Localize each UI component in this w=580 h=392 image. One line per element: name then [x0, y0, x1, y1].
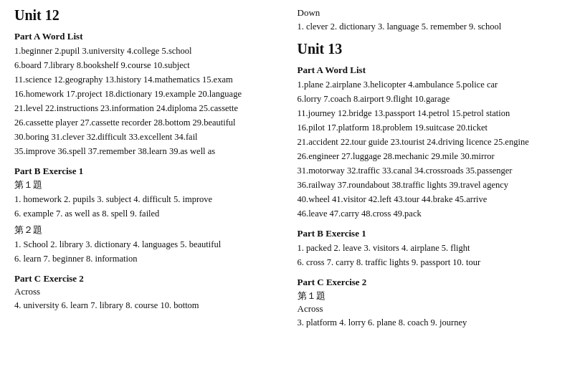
left-part-c: Part C Exercise 2 Across 4. university 6… [14, 273, 283, 312]
right-part-a-line-5: 21.accident 22.tour guide 23.tourist 24.… [298, 135, 566, 149]
right-down-section: Down 1. clever 2. dictionary 3. language… [298, 7, 566, 34]
right-part-b-content: 1. packed 2. leave 3. visitors 4. airpla… [298, 241, 566, 269]
right-part-c: Part C Exercise 2 第１題 Across 3. platform… [298, 277, 566, 330]
left-part-c-label: Part C Exercise 2 [14, 273, 283, 285]
left-part-a-line-2: 6.board 7.library 8.bookshelf 9.course 1… [14, 58, 283, 72]
left-part-a-line-7: 30.boring 31.clever 32.difficult 33.exce… [14, 130, 283, 144]
right-part-c-sub1-label: 第１題 [298, 290, 566, 302]
left-part-c-across-label: Across [14, 286, 283, 297]
right-down-label: Down [298, 7, 566, 19]
left-part-a-line-6: 26.cassette player 27.cassette recorder … [14, 115, 283, 130]
right-column: Down 1. clever 2. dictionary 3. language… [298, 7, 566, 337]
left-part-a-line-3: 11.science 12.geography 13.history 14.ma… [14, 72, 283, 87]
right-part-a-line-3: 11.journey 12.bridge 13.passport 14.petr… [298, 106, 566, 120]
left-part-a-line-8: 35.improve 36.spell 37.remember 38.learn… [14, 144, 283, 158]
left-part-b-sub1-line-2: 6. example 7. as well as 8. spell 9. fai… [14, 206, 283, 221]
right-part-b-label: Part B Exercise 1 [298, 228, 566, 239]
left-part-b-label: Part B Exercise 1 [14, 166, 283, 177]
left-column: Unit 12 Part A Word List 1.beginner 2.pu… [14, 7, 283, 337]
left-part-b: Part B Exercise 1 第１題 1. homework 2. pup… [14, 166, 283, 266]
right-part-c-across-content: 3. platform 4. lorry 6. plane 8. coach 9… [298, 315, 566, 330]
left-part-b-sub1-label: 第１題 [14, 178, 283, 191]
left-part-a-line-1: 1.beginner 2.pupil 3.university 4.colleg… [14, 44, 283, 58]
right-unit-title-block: Unit 13 [298, 41, 566, 57]
left-part-c-across-content: 4. university 6. learn 7. library 8. cou… [14, 298, 283, 312]
page-layout: Unit 12 Part A Word List 1.beginner 2.pu… [14, 7, 566, 337]
left-part-b-sub2-line-2: 6. learn 7. beginner 8. information [14, 252, 283, 266]
left-unit-title: Unit 12 [14, 7, 283, 24]
left-part-a: Part A Word List 1.beginner 2.pupil 3.un… [14, 31, 283, 158]
right-part-a: Part A Word List 1.plane 2.airplane 3.he… [298, 64, 566, 221]
left-part-b-sub1-line-1: 1. homework 2. pupils 3. subject 4. diff… [14, 192, 283, 206]
right-part-b-line-2: 6. cross 7. carry 8. traffic lights 9. p… [298, 255, 566, 269]
right-part-a-content: 1.plane 2.airplane 3.helicopter 4.ambula… [298, 77, 566, 221]
right-part-c-label: Part C Exercise 2 [298, 277, 566, 288]
left-part-a-content: 1.beginner 2.pupil 3.university 4.colleg… [14, 44, 283, 158]
left-part-b-sub2-line-1: 1. School 2. library 3. dictionary 4. la… [14, 237, 283, 252]
left-unit-title-block: Unit 12 [14, 7, 283, 24]
left-part-b-sub2-label: 第２題 [14, 224, 283, 236]
right-part-a-label: Part A Word List [298, 64, 566, 76]
right-part-a-line-6: 26.engineer 27.luggage 28.mechanic 29.mi… [298, 149, 566, 163]
left-part-c-across-line-1: 4. university 6. learn 7. library 8. cou… [14, 298, 283, 312]
left-part-a-line-4: 16.homework 17.project 18.dictionary 19.… [14, 87, 283, 101]
left-part-b-sub1-content: 1. homework 2. pupils 3. subject 4. diff… [14, 192, 283, 221]
left-part-a-line-5: 21.level 22.instructions 23.information … [14, 101, 283, 115]
left-part-a-label: Part A Word List [14, 31, 283, 42]
right-part-a-line-7: 31.motorway 32.traffic 33.canal 34.cross… [298, 163, 566, 178]
left-part-b-sub2-content: 1. School 2. library 3. dictionary 4. la… [14, 237, 283, 266]
right-part-a-line-4: 16.pilot 17.platform 18.problem 19.suitc… [298, 120, 566, 135]
right-part-a-line-9: 40.wheel 41.visitor 42.left 43.tour 44.b… [298, 192, 566, 206]
right-part-a-line-8: 36.railway 37.roundabout 38.traffic ligh… [298, 178, 566, 192]
right-part-c-across-line-1: 3. platform 4. lorry 6. plane 8. coach 9… [298, 315, 566, 330]
right-part-a-line-10: 46.leave 47.carry 48.cross 49.pack [298, 206, 566, 221]
right-part-b: Part B Exercise 1 1. packed 2. leave 3. … [298, 228, 566, 269]
right-part-a-line-2: 6.lorry 7.coach 8.airport 9.flight 10.ga… [298, 92, 566, 106]
right-down-line-1: 1. clever 2. dictionary 3. language 5. r… [298, 19, 566, 34]
right-part-c-across-label: Across [298, 303, 566, 315]
right-unit-title: Unit 13 [298, 41, 566, 57]
right-part-b-line-1: 1. packed 2. leave 3. visitors 4. airpla… [298, 241, 566, 255]
right-down-content: 1. clever 2. dictionary 3. language 5. r… [298, 19, 566, 34]
right-part-a-line-1: 1.plane 2.airplane 3.helicopter 4.ambula… [298, 77, 566, 92]
